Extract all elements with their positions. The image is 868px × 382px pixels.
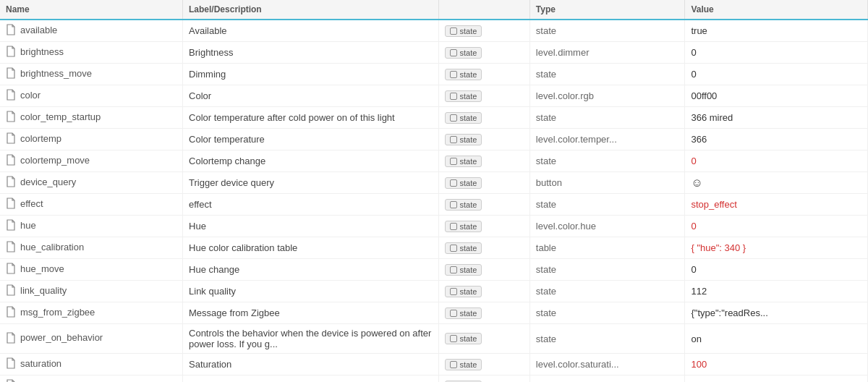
file-icon: color <box>6 89 41 101</box>
cell-label: Dimming <box>183 64 439 85</box>
cell-type: state <box>529 281 685 302</box>
cell-type: state <box>529 64 685 85</box>
cell-type: level.color.saturati... <box>529 354 685 375</box>
state-badge: state <box>445 134 482 145</box>
cell-value: true <box>685 20 868 42</box>
cell-type: state <box>529 324 685 354</box>
value-text: 366 mired <box>691 112 733 123</box>
table-row[interactable]: hue_calibration Hue color calibration ta… <box>0 237 868 259</box>
cell-type: state <box>529 20 685 42</box>
value-text: 00ff00 <box>691 90 717 101</box>
table-header-row: Name Label/Description Type Value <box>0 0 868 20</box>
table-row[interactable]: hue_move Hue changestatestate0 <box>0 259 868 281</box>
cell-label: Color <box>183 85 439 107</box>
table-row[interactable]: color Colorstatelevel.color.rgb00ff00 <box>0 85 868 107</box>
cell-name: saturation <box>0 354 183 375</box>
state-badge: state <box>445 90 482 102</box>
state-badge: state <box>445 242 482 254</box>
table-row[interactable]: brightness Brightnessstatelevel.dimmer0 <box>0 42 868 64</box>
table-row[interactable]: power_on_behavior Controls the behavior … <box>0 324 868 354</box>
cell-value: ☺ <box>685 172 868 194</box>
value-text: 0 <box>691 47 696 58</box>
file-icon: brightness_move <box>6 67 92 79</box>
cell-type: level.color.temper... <box>529 129 685 150</box>
cell-state: state <box>438 42 529 64</box>
cell-label: Hue change <box>183 259 439 281</box>
file-icon: colortemp <box>6 132 61 144</box>
value-text: { "hue": 340 } <box>691 242 746 253</box>
cell-value: 0 <box>685 216 868 237</box>
cell-value: 0 <box>685 259 868 281</box>
main-table-container[interactable]: Name Label/Description Type Value availa… <box>0 0 868 382</box>
file-icon: color_temp_startup <box>6 111 101 122</box>
table-row[interactable]: msg_from_zigbee Message from Zigbeestate… <box>0 302 868 324</box>
cell-type: level.color.rgb <box>529 85 685 107</box>
cell-state: state <box>438 172 529 194</box>
cell-type: level.dimmer <box>529 42 685 64</box>
cell-type: state <box>529 150 685 172</box>
table-row[interactable]: device_query Trigger device querystatebu… <box>0 172 868 194</box>
cell-label: Colortemp change <box>183 150 439 172</box>
cell-value: 0 <box>685 42 868 64</box>
table-row[interactable]: available Availablestatestatetrue <box>0 20 868 42</box>
cell-name: hue <box>0 216 183 237</box>
col-header-state <box>438 0 529 20</box>
cell-name: msg_from_zigbee <box>0 302 183 324</box>
table-row[interactable]: effect effectstatestatestop_effect <box>0 194 868 216</box>
cell-name: hue_calibration <box>0 237 183 259</box>
value-text: 112 <box>691 286 707 297</box>
file-icon: hue <box>6 219 36 231</box>
cell-value: 366 mired <box>685 107 868 129</box>
value-text: true <box>691 25 707 36</box>
cell-state: state <box>438 216 529 237</box>
col-header-name: Name <box>0 0 183 20</box>
cell-name: available <box>0 20 183 42</box>
cell-state: state <box>438 237 529 259</box>
cell-state: state <box>438 302 529 324</box>
table-row[interactable]: colortemp Color temperaturestatelevel.co… <box>0 129 868 150</box>
cell-name: colortemp <box>0 129 183 150</box>
file-icon: device_query <box>6 176 76 187</box>
cell-value: 0 <box>685 150 868 172</box>
value-text: 0 <box>691 264 696 275</box>
cell-value: {"type":"readRes... <box>685 302 868 324</box>
cell-value: (null) <box>685 375 868 383</box>
table-row[interactable]: saturation_move Saturation changestatest… <box>0 375 868 383</box>
cell-name: link_quality <box>0 281 183 302</box>
state-badge: state <box>445 177 482 189</box>
state-badge: state <box>445 221 482 232</box>
file-icon: saturation_move <box>6 379 90 382</box>
cell-value: 112 <box>685 281 868 302</box>
state-badge: state <box>445 156 482 167</box>
cell-state: state <box>438 324 529 354</box>
value-text: {"type":"readRes... <box>691 307 767 318</box>
table-row[interactable]: saturation Saturationstatelevel.color.sa… <box>0 354 868 375</box>
cell-value: on <box>685 324 868 354</box>
table-row[interactable]: colortemp_move Colortemp changestatestat… <box>0 150 868 172</box>
state-badge: state <box>445 112 482 124</box>
cell-name: hue_move <box>0 259 183 281</box>
cell-state: state <box>438 354 529 375</box>
cell-type: state <box>529 194 685 216</box>
file-icon: available <box>6 24 57 35</box>
cell-type: state <box>529 375 685 383</box>
cell-value: 100 <box>685 354 868 375</box>
cell-state: state <box>438 259 529 281</box>
cell-name: saturation_move <box>0 375 183 383</box>
cell-label: Saturation change <box>183 375 439 383</box>
table-row[interactable]: color_temp_startup Color temperature aft… <box>0 107 868 129</box>
state-badge: state <box>445 25 482 37</box>
table-row[interactable]: brightness_move Dimmingstatestate0 <box>0 64 868 85</box>
table-row[interactable]: link_quality Link qualitystatestate112 <box>0 281 868 302</box>
emoji-icon: ☺ <box>691 177 702 189</box>
cell-label: Available <box>183 20 439 42</box>
value-text: 100 <box>691 359 707 370</box>
cell-label: Color temperature after cold power on of… <box>183 107 439 129</box>
value-text: stop_effect <box>691 199 736 210</box>
table-row[interactable]: hue Huestatelevel.color.hue0 <box>0 216 868 237</box>
cell-type: state <box>529 259 685 281</box>
file-icon: hue_move <box>6 263 64 274</box>
file-icon: saturation <box>6 357 61 369</box>
cell-type: button <box>529 172 685 194</box>
cell-name: device_query <box>0 172 183 194</box>
